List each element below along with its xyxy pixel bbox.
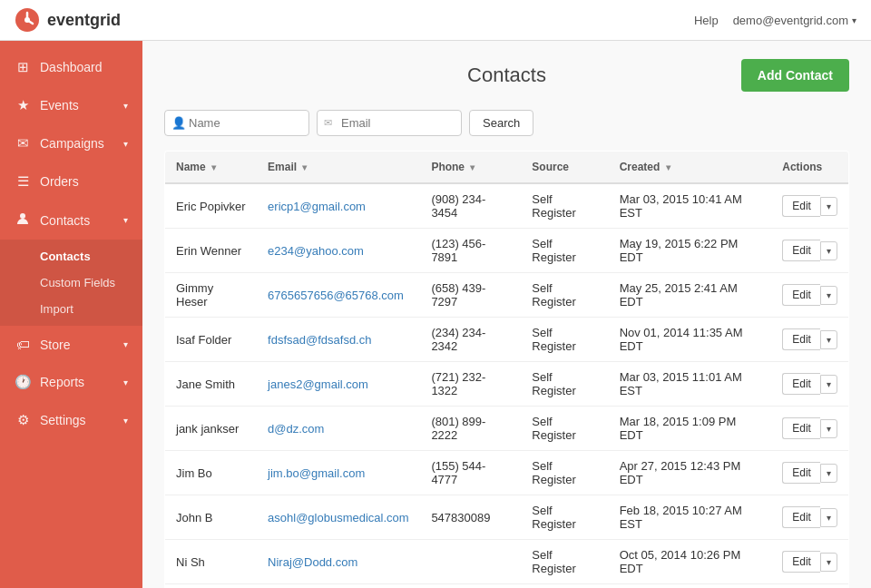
table-row: Eric Popivker ericp1@gmail.com (908) 234…: [165, 183, 849, 229]
dashboard-icon: ⊞: [15, 59, 31, 75]
edit-btn-group: Edit ▾: [782, 373, 837, 395]
chevron-down-icon: ▾: [123, 416, 128, 426]
table-row: Jane Smith janes2@gmail.com (721) 232-13…: [165, 362, 849, 407]
sidebar-item-custom-fields[interactable]: Custom Fields: [0, 270, 142, 296]
cell-phone: (234) 234-2342: [420, 318, 521, 362]
cell-name: Eric Popivker: [165, 183, 258, 229]
table-row: Jim Bo jim.bo@gmail.com (155) 544-4777 S…: [165, 451, 849, 495]
cell-created: Oct 05, 2014 10:26 PM EDT: [609, 540, 772, 584]
edit-dropdown-button[interactable]: ▾: [820, 419, 837, 438]
edit-button[interactable]: Edit: [782, 240, 820, 261]
col-email[interactable]: Email ▾: [257, 152, 420, 184]
sidebar-item-label: Orders: [40, 174, 79, 189]
chevron-down-icon: ▾: [852, 15, 856, 25]
cell-name: Jim Bo: [165, 451, 258, 495]
edit-btn-group: Edit ▾: [782, 240, 837, 261]
cell-source: Self Register: [521, 183, 608, 229]
cell-actions: Edit ▾: [771, 495, 848, 540]
edit-dropdown-button[interactable]: ▾: [820, 508, 837, 527]
col-name[interactable]: Name ▾: [165, 152, 258, 184]
cell-phone: 547830089: [420, 495, 521, 540]
sidebar-item-dashboard[interactable]: ⊞ Dashboard: [0, 48, 142, 86]
table-row: John B asohl@globusmedical.com 547830089…: [165, 495, 849, 540]
sidebar-item-contacts[interactable]: Contacts ▾: [0, 201, 142, 240]
cell-email: d@dz.com: [257, 407, 420, 451]
sidebar-item-contacts-link[interactable]: Contacts: [0, 243, 142, 270]
cell-phone: (801) 899-2222: [420, 407, 521, 451]
events-icon: ★: [15, 97, 31, 113]
email-search-wrap: ✉: [317, 110, 462, 136]
cell-actions: Edit ▾: [771, 407, 848, 451]
edit-button[interactable]: Edit: [782, 195, 820, 217]
sidebar-item-settings[interactable]: ⚙ Settings ▾: [0, 401, 142, 439]
cell-actions: Edit ▾: [771, 273, 848, 318]
table-row: Erin Wenner e234@yahoo.com (123) 456-789…: [165, 229, 849, 273]
reports-icon: 🕐: [15, 374, 31, 390]
edit-button[interactable]: Edit: [782, 284, 820, 306]
cell-email: e234@yahoo.com: [257, 229, 420, 273]
search-bar: 👤 ✉ Search: [164, 110, 849, 136]
sidebar-item-import[interactable]: Import: [0, 296, 142, 322]
chevron-down-icon: ▾: [123, 339, 128, 349]
settings-icon: ⚙: [15, 412, 31, 428]
edit-button[interactable]: Edit: [782, 551, 820, 573]
email-search-input[interactable]: [317, 110, 462, 136]
cell-created: May 19, 2015 6:22 PM EDT: [609, 229, 772, 273]
edit-dropdown-button[interactable]: ▾: [820, 553, 837, 572]
name-search-input[interactable]: [164, 110, 309, 136]
user-menu[interactable]: demo@eventgrid.com ▾: [733, 14, 856, 27]
col-created[interactable]: Created ▾: [609, 152, 772, 184]
edit-button[interactable]: Edit: [782, 328, 820, 350]
edit-button[interactable]: Edit: [782, 373, 820, 395]
edit-dropdown-button[interactable]: ▾: [820, 330, 837, 349]
sidebar-item-reports[interactable]: 🕐 Reports ▾: [0, 363, 142, 401]
orders-icon: ☰: [15, 173, 31, 190]
cell-actions: Edit ▾: [771, 229, 848, 273]
edit-button[interactable]: Edit: [782, 506, 820, 528]
cell-source: Self Register: [521, 229, 608, 273]
cell-email: asohl@globusmedical.com: [257, 495, 420, 540]
sidebar-item-label: Campaigns: [40, 136, 104, 151]
edit-dropdown-button[interactable]: ▾: [820, 197, 837, 216]
sidebar-item-events[interactable]: ★ Events ▾: [0, 86, 142, 124]
cell-email: niraj@entechsolutions.com: [257, 584, 420, 589]
search-button[interactable]: Search: [469, 110, 533, 136]
cell-source: Self Register: [521, 584, 608, 589]
cell-actions: Edit ▾: [771, 540, 848, 584]
cell-email: 6765657656@65768.com: [257, 273, 420, 318]
sidebar-item-label: Settings: [40, 413, 86, 427]
edit-btn-group: Edit ▾: [782, 462, 837, 484]
sidebar-item-label: Store: [40, 338, 70, 352]
edit-button[interactable]: Edit: [782, 417, 820, 439]
cell-name: Ni Sh: [165, 540, 258, 584]
sidebar-item-orders[interactable]: ☰ Orders: [0, 162, 142, 201]
table-row: Gimmy Heser 6765657656@65768.com (658) 4…: [165, 273, 849, 318]
table-row: jank jankser d@dz.com (801) 899-2222 Sel…: [165, 407, 849, 451]
edit-dropdown-button[interactable]: ▾: [820, 241, 837, 260]
edit-dropdown-button[interactable]: ▾: [820, 464, 837, 483]
cell-source: Self Register: [521, 273, 608, 318]
sidebar-item-campaigns[interactable]: ✉ Campaigns ▾: [0, 124, 142, 162]
logo-area: eventgrid: [15, 7, 121, 33]
help-link[interactable]: Help: [694, 14, 719, 27]
campaigns-icon: ✉: [15, 135, 31, 152]
edit-dropdown-button[interactable]: ▾: [820, 286, 837, 305]
cell-name: Isaf Folder: [165, 318, 258, 362]
sidebar-item-label: Events: [40, 98, 79, 113]
table-row: Niraj Shahsdf niraj@entechsolutions.com …: [165, 584, 849, 589]
cell-phone: (908) 234-3454: [420, 183, 521, 229]
edit-btn-group: Edit ▾: [782, 284, 837, 306]
content-area: Contacts Add Contact 👤 ✉ Search Name ▾ E…: [142, 41, 871, 588]
contacts-submenu: Contacts Custom Fields Import: [0, 240, 142, 326]
sidebar-item-store[interactable]: 🏷 Store ▾: [0, 326, 142, 363]
cell-actions: Edit ▾: [771, 584, 848, 589]
top-nav-right: Help demo@eventgrid.com ▾: [694, 14, 856, 27]
cell-phone: [420, 540, 521, 584]
edit-btn-group: Edit ▾: [782, 417, 837, 439]
edit-button[interactable]: Edit: [782, 462, 820, 484]
sort-arrow-email: ▾: [302, 162, 307, 172]
edit-dropdown-button[interactable]: ▾: [820, 375, 837, 394]
cell-created: Mar 03, 2015 10:41 AM EST: [609, 183, 772, 229]
add-contact-button[interactable]: Add Contact: [741, 59, 849, 92]
col-phone[interactable]: Phone ▾: [420, 152, 521, 184]
